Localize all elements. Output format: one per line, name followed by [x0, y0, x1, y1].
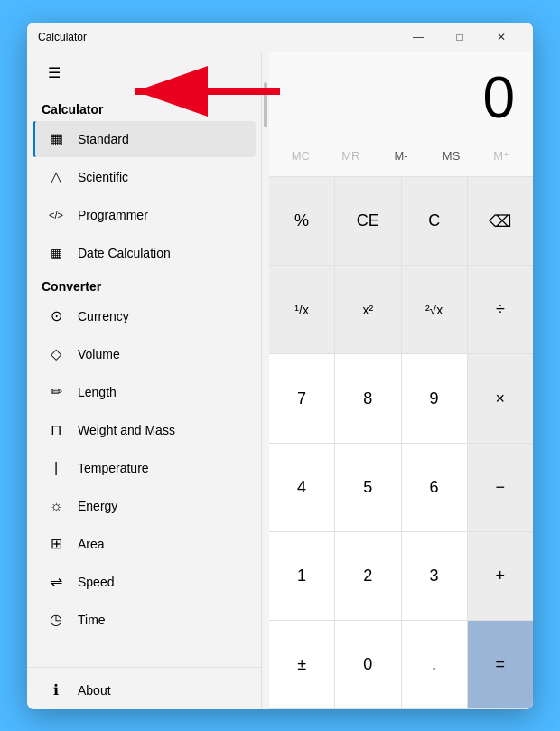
sidebar-item-label-length: Length [78, 385, 117, 399]
standard-icon: ▦ [47, 130, 65, 148]
sidebar-item-label-area: Area [78, 537, 105, 551]
four-button[interactable]: 4 [269, 444, 334, 531]
hamburger-icon: ☰ [48, 64, 61, 81]
sidebar-item-length[interactable]: ✏ Length [33, 374, 256, 410]
sidebar-item-speed[interactable]: ⇌ Speed [33, 564, 256, 600]
percent-button[interactable]: % [269, 177, 334, 265]
title-bar: Calculator — □ ✕ [27, 23, 533, 52]
close-button[interactable]: ✕ [481, 23, 522, 52]
c-button[interactable]: C [402, 177, 467, 265]
window-title: Calculator [38, 31, 397, 43]
mc-button[interactable]: MC [276, 140, 325, 173]
three-button[interactable]: 3 [402, 532, 467, 620]
sidebar-item-temperature[interactable]: | Temperature [33, 450, 256, 486]
sidebar-item-label-currency: Currency [78, 309, 129, 323]
nine-button[interactable]: 9 [402, 354, 467, 442]
ce-button[interactable]: CE [335, 177, 400, 265]
weight-icon: ⊓ [47, 421, 65, 439]
calculator-window: Calculator — □ ✕ ☰ Calculator ▦ Standard… [27, 23, 533, 709]
length-icon: ✏ [47, 383, 65, 401]
m-plus-button[interactable]: M⁺ [477, 140, 526, 173]
sidebar-item-label-volume: Volume [78, 347, 120, 361]
main-area: 0 MC MR M- MS M⁺ % CE C ⌫ ¹/x x² ²√x [269, 52, 533, 709]
about-icon: ℹ [47, 681, 65, 699]
add-button[interactable]: + [468, 532, 533, 620]
sidebar-item-label-temperature: Temperature [78, 461, 149, 475]
memory-row: MC MR M- MS M⁺ [269, 136, 533, 176]
subtract-button[interactable]: − [468, 444, 533, 531]
scrollbar-track[interactable] [262, 52, 269, 709]
programmer-icon: </> [47, 206, 65, 224]
temperature-icon: | [47, 459, 65, 477]
sidebar-item-weight[interactable]: ⊓ Weight and Mass [33, 412, 256, 448]
sidebar-item-date[interactable]: ▦ Date Calculation [33, 235, 256, 271]
eight-button[interactable]: 8 [335, 354, 400, 442]
fraction-button[interactable]: ¹/x [269, 266, 334, 353]
m-minus-button[interactable]: M- [377, 140, 425, 173]
time-icon: ◷ [47, 611, 65, 629]
sidebar: ☰ Calculator ▦ Standard △ Scientific </>… [27, 52, 262, 709]
calc-grid: % CE C ⌫ ¹/x x² ²√x ÷ 7 8 9 × 4 5 6 − [269, 176, 533, 709]
scrollbar-thumb [264, 82, 267, 127]
sidebar-item-programmer[interactable]: </> Programmer [33, 197, 256, 233]
decimal-button[interactable]: . [402, 621, 467, 708]
sidebar-item-label-speed: Speed [78, 575, 114, 589]
plusminus-button[interactable]: ± [269, 621, 334, 708]
sidebar-item-label-standard: Standard [78, 132, 129, 146]
sidebar-bottom: ℹ About [27, 667, 261, 709]
date-icon: ▦ [47, 244, 65, 262]
area-icon: ⊞ [47, 535, 65, 553]
energy-icon: ☼ [47, 497, 65, 515]
sidebar-item-label-weight: Weight and Mass [78, 423, 175, 437]
sidebar-item-energy[interactable]: ☼ Energy [33, 488, 256, 524]
speed-icon: ⇌ [47, 573, 65, 591]
seven-button[interactable]: 7 [269, 354, 334, 442]
six-button[interactable]: 6 [402, 444, 467, 531]
equals-button[interactable]: = [468, 621, 533, 708]
sidebar-item-label-energy: Energy [78, 499, 117, 513]
scientific-icon: △ [47, 168, 65, 186]
maximize-button[interactable]: □ [439, 23, 481, 52]
one-button[interactable]: 1 [269, 532, 334, 620]
zero-button[interactable]: 0 [335, 621, 400, 708]
five-button[interactable]: 5 [335, 444, 400, 531]
sidebar-item-volume[interactable]: ◇ Volume [33, 336, 256, 372]
volume-icon: ◇ [47, 345, 65, 363]
app-body: ☰ Calculator ▦ Standard △ Scientific </>… [27, 52, 533, 709]
sqrt-button[interactable]: ²√x [402, 266, 467, 353]
hamburger-button[interactable]: ☰ [38, 57, 70, 89]
calculator-section-label: Calculator [27, 95, 261, 120]
window-controls: — □ ✕ [397, 23, 522, 52]
divide-button[interactable]: ÷ [468, 266, 533, 353]
currency-icon: ⊙ [47, 307, 65, 325]
sidebar-item-area[interactable]: ⊞ Area [33, 526, 256, 562]
sidebar-item-label-date: Date Calculation [78, 246, 171, 260]
sidebar-item-label-programmer: Programmer [78, 208, 148, 222]
display-area: 0 [269, 52, 533, 136]
minimize-button[interactable]: — [397, 23, 439, 52]
sidebar-item-label-about: About [78, 683, 111, 698]
square-button[interactable]: x² [335, 266, 400, 353]
mr-button[interactable]: MR [327, 140, 376, 173]
converter-section-label: Converter [27, 272, 261, 297]
sidebar-item-about[interactable]: ℹ About [33, 672, 256, 708]
sidebar-header: ☰ [27, 52, 261, 95]
sidebar-item-label-scientific: Scientific [78, 170, 128, 184]
sidebar-item-time[interactable]: ◷ Time [33, 602, 256, 638]
multiply-button[interactable]: × [468, 354, 533, 442]
sidebar-item-currency[interactable]: ⊙ Currency [33, 298, 256, 334]
backspace-button[interactable]: ⌫ [468, 177, 533, 265]
sidebar-item-label-time: Time [78, 613, 106, 627]
ms-button[interactable]: MS [427, 140, 476, 173]
display-value: 0 [287, 66, 515, 129]
sidebar-item-scientific[interactable]: △ Scientific [33, 159, 256, 195]
sidebar-item-standard[interactable]: ▦ Standard [33, 121, 256, 157]
two-button[interactable]: 2 [335, 532, 400, 620]
